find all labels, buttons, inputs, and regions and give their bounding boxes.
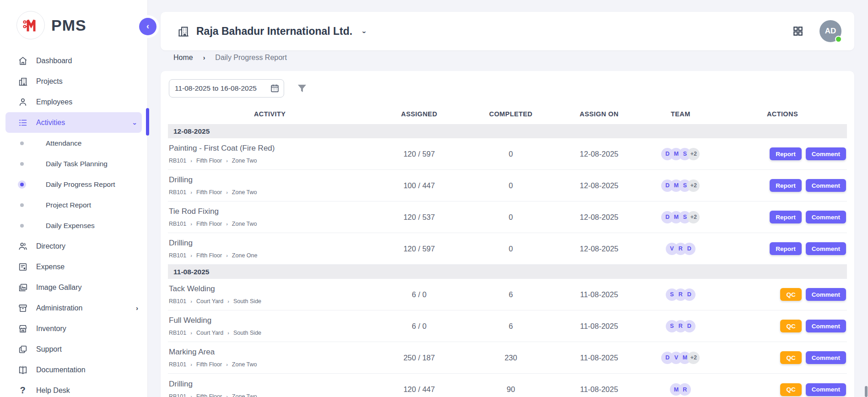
completed-value: 230 [467,353,555,362]
sidebar-subitem-project-report[interactable]: Project Report [0,195,147,215]
completed-value: 0 [467,245,555,253]
sidebar-item-dashboard[interactable]: Dashboard [0,50,147,71]
team-avatar: R [679,383,691,396]
sidebar-collapse-button[interactable]: ‹ [139,18,156,35]
sidebar-item-label: Activities [36,119,65,127]
path-segment: RB101 [169,330,186,336]
chevron-right-icon: › [136,304,138,312]
team-avatars[interactable]: D M S +2 [661,148,700,160]
completed-value: 6 [467,290,555,299]
sidebar-subitem-label: Attendance [46,139,81,147]
chevron-right-icon: › [190,330,192,336]
table-row: Tack Welding RB101› Court Yard› South Si… [168,279,847,310]
table-row: Marking Area RB101› Fifth Floor› Zone Tw… [168,342,847,374]
path-segment: Zone Two [232,361,257,368]
path-segment: Zone One [232,252,258,259]
assigned-value: 120 / 597 [372,150,467,158]
breadcrumb-home[interactable]: Home [173,54,193,62]
sidebar-item-help-desk[interactable]: ? Help Desk [0,380,147,397]
qc-button[interactable]: QC [780,351,801,364]
sidebar-subitem-daily-expenses[interactable]: Daily Expenses [0,215,147,236]
bullet-icon [20,203,24,207]
comment-button[interactable]: Comment [806,288,846,301]
app-logo: PMS [0,0,147,48]
sidebar-item-expense[interactable]: Expense [0,256,147,277]
chevron-right-icon: › [190,299,192,304]
main-content: Raja Bahadur International Ltd. ⌄ AD Hom… [148,0,868,397]
sidebar-item-administration[interactable]: Administration › [0,298,147,318]
date-range-input[interactable] [169,79,284,98]
chevron-right-icon: › [226,221,228,227]
team-avatars[interactable]: S R D [666,288,695,301]
sidebar-item-documentation[interactable]: Documentation [0,359,147,380]
report-button[interactable]: Report [770,147,802,160]
team-avatars[interactable]: V R D [666,243,695,255]
gallery-icon [17,282,28,293]
team-avatars[interactable]: D M S +2 [661,179,700,192]
comment-button[interactable]: Comment [806,320,846,332]
bullet-icon [20,183,24,186]
qc-button[interactable]: QC [780,320,801,332]
comment-button[interactable]: Comment [806,211,846,223]
funnel-icon[interactable] [296,83,308,94]
assign-on-date: 12-08-2025 [555,181,643,190]
sidebar-subitem-attendance[interactable]: Attendance [0,133,147,153]
qc-button[interactable]: QC [780,288,801,301]
sidebar-item-label: Projects [36,77,63,86]
activity-title: Tack Welding [169,284,368,294]
user-avatar[interactable]: AD [819,20,841,42]
comment-button[interactable]: Comment [806,179,846,192]
sidebar-item-activities[interactable]: Activities ⌄ [5,112,142,133]
assigned-value: 120 / 537 [372,213,467,222]
assign-on-date: 12-08-2025 [555,213,643,222]
team-avatar: D [683,243,695,255]
date-group-header: 12-08-2025 [168,124,847,138]
team-avatar-more: +2 [687,352,700,364]
report-button[interactable]: Report [770,211,802,223]
sidebar-subitem-daily-progress-report[interactable]: Daily Progress Report [0,174,147,195]
grid-icon[interactable] [792,25,804,37]
chevron-right-icon: › [227,299,229,304]
sidebar-item-employees[interactable]: Employees [0,92,147,112]
activity-location-path: RB101› Fifth Floor› Zone Two [169,221,368,227]
team-avatars[interactable]: M R [670,383,691,396]
vertical-scrollbar[interactable] [865,386,868,397]
chevron-down-icon: ⌄ [132,120,137,125]
qc-button[interactable]: QC [780,383,801,396]
column-header-assign-on: ASSIGN ON [555,110,643,118]
assign-on-date: 11-08-2025 [555,322,643,331]
sidebar-item-projects[interactable]: Projects [0,71,147,92]
sidebar-item-image-gallary[interactable]: Image Gallary [0,277,147,298]
table-header: ACTIVITY ASSIGNED COMPLETED ASSIGN ON TE… [168,104,847,124]
chevron-right-icon: › [190,158,192,163]
sidebar-subitem-label: Daily Task Planning [46,160,108,168]
archive-box-icon [17,303,28,313]
report-button[interactable]: Report [770,242,802,255]
team-avatars[interactable]: D M S +2 [661,211,700,223]
book-icon [17,364,28,375]
team-avatars[interactable]: D V M +2 [661,352,700,364]
bullet-icon [20,162,24,166]
table-row: Painting - First Coat (Fire Red) RB101› … [168,138,847,170]
path-segment: Zone Two [232,221,257,227]
sidebar-item-support[interactable]: Support [0,339,147,359]
person-icon [17,97,28,107]
sidebar-item-inventory[interactable]: Inventory [0,318,147,339]
company-selector[interactable]: Raja Bahadur International Ltd. ⌄ [177,25,367,38]
team-avatars[interactable]: S R D [666,320,695,332]
chevron-right-icon: › [226,190,228,195]
comment-button[interactable]: Comment [806,383,846,396]
activity-location-path: RB101› Fifth Floor› Zone Two [169,393,368,397]
comment-button[interactable]: Comment [806,147,846,160]
sidebar-subitem-daily-task-planning[interactable]: Daily Task Planning [0,153,147,174]
assign-on-date: 12-08-2025 [555,150,643,158]
chevron-right-icon: › [203,54,205,61]
report-button[interactable]: Report [770,179,802,192]
activity-location-path: RB101› Court Yard› South Side [169,330,368,336]
sidebar-item-directory[interactable]: Directory [0,236,147,256]
activity-title: Drilling [169,380,368,389]
chevron-right-icon: › [226,362,228,367]
comment-button[interactable]: Comment [806,242,846,255]
comment-button[interactable]: Comment [806,351,846,364]
chevron-right-icon: › [190,394,192,397]
